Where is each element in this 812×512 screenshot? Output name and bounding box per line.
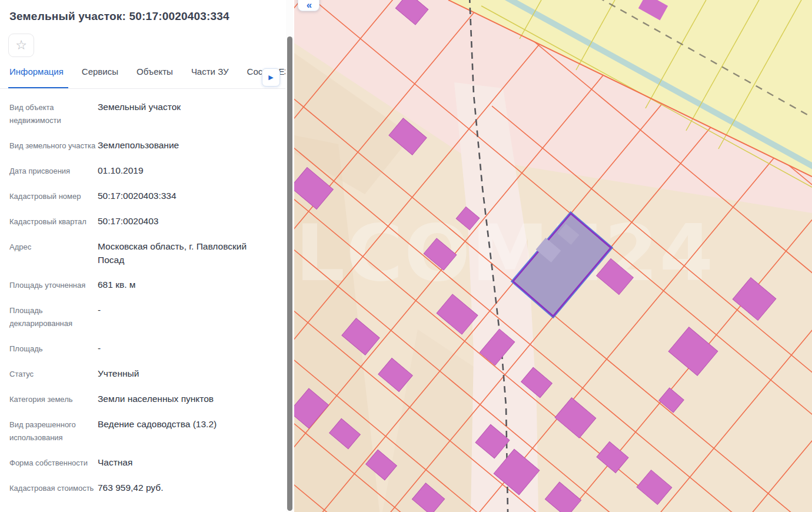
field-row: Категория земель Земли населенных пункто… <box>0 392 285 406</box>
field-row: Вид разрешенного использования Ведение с… <box>0 417 285 444</box>
field-label: Кадастровая стоимость <box>9 481 98 495</box>
field-value: 763 959,42 руб. <box>98 481 276 495</box>
panel-scrollbar-thumb[interactable] <box>287 36 292 511</box>
tab-bar: Информация Сервисы Объекты Части ЗУ Сост… <box>0 67 285 89</box>
tabs-scroll-right-button[interactable]: ▶ <box>262 68 280 87</box>
tab-objects[interactable]: Объекты <box>137 67 173 88</box>
chevrons-left-icon: « <box>307 0 311 11</box>
map-container: LCOME24 <box>294 0 812 512</box>
cadastral-app: Земельный участок: 50:17:0020403:334 ☆ И… <box>0 0 812 512</box>
field-value: Земельный участок <box>98 100 276 127</box>
collapse-panel-button[interactable]: « <box>298 0 320 11</box>
field-row: Кадастровый квартал 50:17:0020403 <box>0 214 285 228</box>
tab-services[interactable]: Сервисы <box>82 67 118 88</box>
field-label: Адрес <box>9 240 98 267</box>
field-label: Вид земельного участка <box>9 138 98 152</box>
field-value: Московская область, г. Павловский Посад <box>98 240 274 267</box>
field-row: Форма собственности Частная <box>0 456 285 470</box>
cadastral-map[interactable]: LCOME24 <box>294 0 812 512</box>
field-label: Вид разрешенного использования <box>9 417 98 444</box>
field-row: Дата присвоения 01.10.2019 <box>0 164 285 178</box>
favorite-button[interactable]: ☆ <box>8 34 34 57</box>
field-value: 681 кв. м <box>98 278 276 292</box>
field-value: 50:17:0020403:334 <box>98 189 276 203</box>
field-value: Учтенный <box>98 367 276 381</box>
field-value: - <box>98 303 276 330</box>
field-value: Землепользование <box>98 138 276 152</box>
field-value: 50:17:0020403 <box>98 214 276 228</box>
field-label: Вид объекта недвижимости <box>9 100 98 127</box>
field-row: Площадь - <box>0 341 285 355</box>
object-info-panel: Земельный участок: 50:17:0020403:334 ☆ И… <box>0 0 294 512</box>
tab-information[interactable]: Информация <box>9 67 64 88</box>
attribute-list: Вид объекта недвижимости Земельный участ… <box>0 100 285 506</box>
field-label: Площадь декларированная <box>9 303 98 330</box>
field-label: Форма собственности <box>9 456 98 470</box>
field-row: Адрес Московская область, г. Павловский … <box>0 240 285 267</box>
field-value: Ведение садоводства (13.2) <box>98 417 276 444</box>
field-label: Кадастровый квартал <box>9 214 98 228</box>
tab-parcel-parts[interactable]: Части ЗУ <box>191 67 229 88</box>
field-row: Кадастровый номер 50:17:0020403:334 <box>0 189 285 203</box>
field-row: Вид земельного участка Землепользование <box>0 138 285 152</box>
field-value: 01.10.2019 <box>98 164 276 178</box>
field-label: Кадастровый номер <box>9 189 98 203</box>
panel-scrollbar-track <box>286 0 293 512</box>
field-row: Площадь декларированная - <box>0 303 285 330</box>
field-value: Земли населенных пунктов <box>98 392 276 406</box>
field-row: Статус Учтенный <box>0 367 285 381</box>
chevron-right-icon: ▶ <box>268 74 273 81</box>
field-label: Статус <box>9 367 98 381</box>
field-row: Площадь уточненная 681 кв. м <box>0 278 285 292</box>
page-title: Земельный участок: 50:17:0020403:334 <box>0 0 285 23</box>
panel-content: Земельный участок: 50:17:0020403:334 ☆ И… <box>0 0 285 512</box>
field-row: Кадастровая стоимость 763 959,42 руб. <box>0 481 285 495</box>
field-value: Частная <box>98 456 276 470</box>
field-label: Категория земель <box>9 392 98 406</box>
field-value: - <box>98 341 276 355</box>
star-icon: ☆ <box>15 38 27 53</box>
field-label: Площадь <box>9 341 98 355</box>
field-label: Дата присвоения <box>9 164 98 178</box>
field-label: Площадь уточненная <box>9 278 98 292</box>
field-row: Вид объекта недвижимости Земельный участ… <box>0 100 285 127</box>
